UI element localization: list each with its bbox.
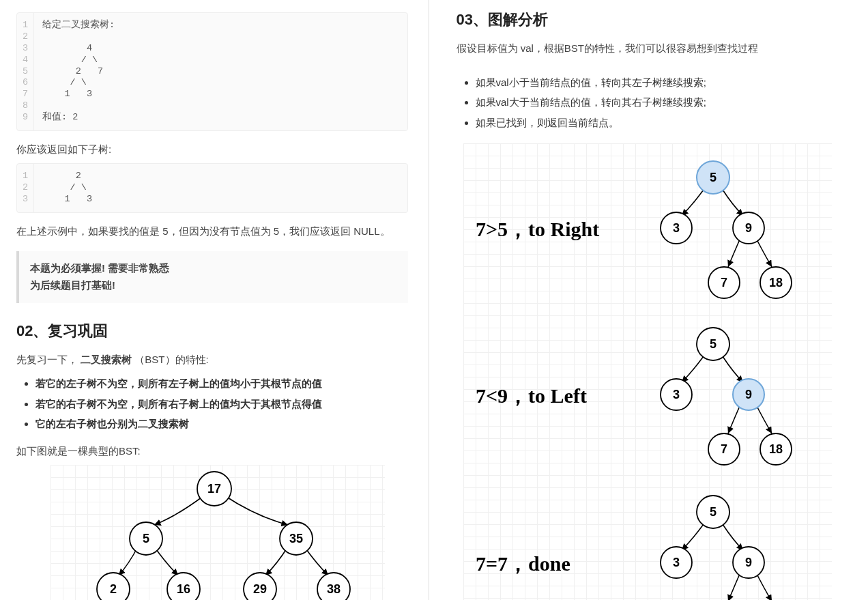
section-heading-03: 03、图解分析 bbox=[457, 10, 848, 30]
tree-node: 9 bbox=[744, 221, 751, 235]
search-steps-diagram: 7>5，to Right 5 3 9 7 18 7<9，to bbox=[463, 143, 832, 600]
tree-node: 5 bbox=[709, 171, 716, 184]
tree-node: 16 bbox=[177, 582, 190, 596]
typical-bst-text: 如下图就是一棵典型的BST: bbox=[16, 442, 408, 460]
left-column: 1 2 3 4 5 6 7 8 9 给定二叉搜索树: 4 / \ 2 7 / \… bbox=[0, 0, 429, 600]
example-text: 在上述示例中，如果要找的值是 5，但因为没有节点值为 5，我们应该返回 NULL… bbox=[16, 223, 408, 240]
tree-node: 35 bbox=[289, 532, 303, 545]
quote-line: 本题为必须掌握! 需要非常熟悉 bbox=[30, 262, 397, 275]
tree-node: 18 bbox=[768, 276, 782, 289]
section-heading-02: 02、复习巩固 bbox=[16, 321, 408, 341]
tree-node: 7 bbox=[720, 276, 727, 289]
step-caption: 7=7，done bbox=[476, 552, 570, 575]
review-prefix: 先复习一下， bbox=[16, 354, 78, 365]
review-intro: 先复习一下， 二叉搜索树 （BST）的特性: bbox=[16, 351, 408, 369]
intro-03: 假设目标值为 val，根据BST的特性，我们可以很容易想到查找过程 bbox=[457, 40, 848, 57]
tree-node: 5 bbox=[709, 337, 716, 351]
search-steps-svg: 7>5，to Right 5 3 9 7 18 7<9，to bbox=[463, 147, 832, 600]
quote-block: 本题为必须掌握! 需要非常熟悉 为后续题目打基础! bbox=[16, 251, 408, 303]
quote-line: 为后续题目打基础! bbox=[30, 279, 397, 292]
tree-node: 18 bbox=[768, 442, 782, 456]
bst-tree-svg: 17 5 35 2 16 29 38 bbox=[50, 465, 385, 600]
bst-properties-list: 若它的左子树不为空，则所有左子树上的值均小于其根节点的值 若它的右子树不为空，则… bbox=[35, 375, 408, 433]
step-caption: 7<9，to Left bbox=[476, 384, 587, 407]
tree-node: 5 bbox=[143, 532, 149, 545]
tree-node: 5 bbox=[709, 505, 716, 519]
tree-node: 29 bbox=[253, 582, 267, 596]
review-bold: 二叉搜索树 bbox=[81, 354, 132, 365]
code-gutter: 1 2 3 4 5 6 7 8 9 bbox=[17, 13, 34, 130]
list-item: 若它的右子树不为空，则所有右子树上的值均大于其根节点得值 bbox=[35, 395, 408, 413]
tree-node: 3 bbox=[672, 556, 679, 569]
tree-node: 7 bbox=[720, 442, 727, 456]
list-item: 如果val小于当前结点的值，转向其左子树继续搜索; bbox=[476, 74, 848, 91]
return-text: 你应该返回如下子树: bbox=[16, 141, 408, 158]
code-block-1: 1 2 3 4 5 6 7 8 9 给定二叉搜索树: 4 / \ 2 7 / \… bbox=[16, 12, 408, 131]
search-rules-list: 如果val小于当前结点的值，转向其左子树继续搜索; 如果val大于当前结点的值，… bbox=[476, 74, 848, 132]
right-column: 03、图解分析 假设目标值为 val，根据BST的特性，我们可以很容易想到查找过… bbox=[429, 0, 869, 600]
tree-node: 2 bbox=[110, 582, 117, 596]
code-content: 给定二叉搜索树: 4 / \ 2 7 / \ 1 3 和值: 2 bbox=[34, 13, 123, 130]
step-caption: 7>5，to Right bbox=[476, 218, 599, 240]
code-content: 2 / \ 1 3 bbox=[34, 164, 100, 212]
code-gutter: 1 2 3 bbox=[17, 164, 34, 212]
review-suffix: （BST）的特性: bbox=[134, 354, 208, 365]
tree-node: 3 bbox=[672, 388, 679, 401]
list-item: 如果已找到，则返回当前结点。 bbox=[476, 114, 848, 132]
tree-node: 9 bbox=[744, 388, 751, 401]
list-item: 如果val大于当前结点的值，转向其右子树继续搜索; bbox=[476, 94, 848, 111]
tree-node: 3 bbox=[672, 221, 679, 235]
list-item: 它的左右子树也分别为二叉搜索树 bbox=[35, 415, 408, 433]
tree-node: 17 bbox=[207, 482, 221, 496]
tree-node: 9 bbox=[744, 556, 751, 569]
tree-node: 38 bbox=[327, 582, 341, 596]
bst-diagram-left: 17 5 35 2 16 29 38 bbox=[50, 465, 385, 600]
code-block-2: 1 2 3 2 / \ 1 3 bbox=[16, 163, 408, 213]
list-item: 若它的左子树不为空，则所有左子树上的值均小于其根节点的值 bbox=[35, 375, 408, 392]
